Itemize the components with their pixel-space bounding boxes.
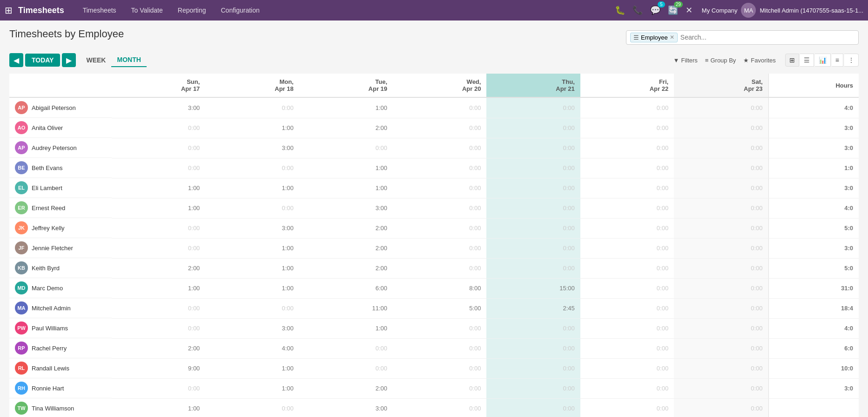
cell-sun[interactable]: 0:00 [112,318,205,338]
cell-mon[interactable]: 3:00 [205,138,299,158]
cell-sun[interactable]: 2:00 [112,258,205,278]
chart-view-button[interactable]: 📊 [815,54,831,67]
table-row[interactable]: AP Audrey Peterson 0:00 3:00 0:00 0:00 0… [9,138,859,158]
table-view-button[interactable]: ≡ [832,54,843,67]
cell-tue[interactable]: 0:00 [299,338,393,358]
cell-sun[interactable]: 0:00 [112,138,205,158]
table-row[interactable]: EL Eli Lambert 1:00 1:00 1:00 0:00 0:00 … [9,178,859,198]
cell-wed[interactable]: 0:00 [393,258,486,278]
table-row[interactable]: RH Ronnie Hart 0:00 1:00 2:00 0:00 0:00 … [9,378,859,398]
bug-icon[interactable]: 🐛 [613,3,627,17]
more-view-button[interactable]: ⋮ [844,54,859,67]
cell-mon[interactable]: 1:00 [205,258,299,278]
remove-tag-icon[interactable]: ✕ [670,34,674,41]
table-row[interactable]: JK Jeffrey Kelly 0:00 3:00 2:00 0:00 0:0… [9,218,859,238]
cell-thu[interactable]: 0:00 [486,398,580,417]
cell-tue[interactable]: 2:00 [299,378,393,398]
cell-mon[interactable]: 1:00 [205,358,299,378]
month-button[interactable]: MONTH [111,53,146,67]
cell-sat[interactable]: 0:00 [674,118,768,138]
cell-sat[interactable]: 0:00 [674,258,768,278]
cell-wed[interactable]: 0:00 [393,398,486,417]
phone-icon[interactable]: 📞 [631,3,645,17]
grid-icon[interactable]: ⊞ [5,5,13,16]
table-row[interactable]: KB Keith Byrd 2:00 1:00 2:00 0:00 0:00 0… [9,258,859,278]
nav-configuration[interactable]: Configuration [215,4,266,17]
cell-fri[interactable]: 0:00 [580,218,674,238]
search-tag-employee[interactable]: ☰ Employee ✕ [630,33,678,42]
cell-wed[interactable]: 0:00 [393,118,486,138]
table-row[interactable]: PW Paul Williams 0:00 3:00 1:00 0:00 0:0… [9,318,859,338]
cell-mon[interactable]: 1:00 [205,178,299,198]
cell-wed[interactable]: 0:00 [393,358,486,378]
cell-sun[interactable]: 0:00 [112,298,205,318]
cell-sun[interactable]: 1:00 [112,178,205,198]
cell-thu[interactable]: 0:00 [486,198,580,218]
cell-mon[interactable]: 3:00 [205,218,299,238]
cell-thu[interactable]: 0:00 [486,97,580,118]
cell-sun[interactable]: 0:00 [112,218,205,238]
table-row[interactable]: TW Tina Williamson 1:00 0:00 3:00 0:00 0… [9,398,859,417]
cell-sun[interactable]: 0:00 [112,118,205,138]
cell-thu[interactable]: 0:00 [486,378,580,398]
nav-reporting[interactable]: Reporting [171,4,213,17]
cell-mon[interactable]: 1:00 [205,238,299,258]
cell-sat[interactable]: 0:00 [674,238,768,258]
cell-tue[interactable]: 1:00 [299,178,393,198]
cell-sat[interactable]: 0:00 [674,158,768,178]
cell-sat[interactable]: 0:00 [674,198,768,218]
table-row[interactable]: ER Ernest Reed 1:00 0:00 3:00 0:00 0:00 … [9,198,859,218]
cell-tue[interactable]: 3:00 [299,398,393,417]
cell-sat[interactable]: 0:00 [674,358,768,378]
cell-tue[interactable]: 2:00 [299,258,393,278]
cell-mon[interactable]: 0:00 [205,97,299,118]
today-button[interactable]: TODAY [25,54,60,67]
cell-thu[interactable]: 2:45 [486,298,580,318]
cell-mon[interactable]: 3:00 [205,318,299,338]
nav-timesheets[interactable]: Timesheets [76,4,123,17]
cell-thu[interactable]: 0:00 [486,178,580,198]
cell-fri[interactable]: 0:00 [580,298,674,318]
cell-wed[interactable]: 0:00 [393,218,486,238]
cell-sun[interactable]: 3:00 [112,97,205,118]
cell-tue[interactable]: 2:00 [299,118,393,138]
cell-sun[interactable]: 1:00 [112,278,205,298]
cell-thu[interactable]: 0:00 [486,118,580,138]
cell-mon[interactable]: 0:00 [205,298,299,318]
kanban-view-button[interactable]: ⊞ [785,54,799,67]
cell-wed[interactable]: 5:00 [393,298,486,318]
cell-sun[interactable]: 0:00 [112,238,205,258]
cell-sat[interactable]: 0:00 [674,378,768,398]
cell-mon[interactable]: 0:00 [205,198,299,218]
cell-tue[interactable]: 1:00 [299,158,393,178]
user-avatar[interactable]: MA [741,3,756,18]
cell-thu[interactable]: 0:00 [486,338,580,358]
cell-fri[interactable]: 0:00 [580,398,674,417]
cell-wed[interactable]: 0:00 [393,158,486,178]
cell-fri[interactable]: 0:00 [580,278,674,298]
cell-fri[interactable]: 0:00 [580,258,674,278]
search-input[interactable] [680,34,855,41]
cell-fri[interactable]: 0:00 [580,338,674,358]
cell-sun[interactable]: 0:00 [112,158,205,178]
cell-sat[interactable]: 0:00 [674,398,768,417]
cell-wed[interactable]: 8:00 [393,278,486,298]
cell-wed[interactable]: 0:00 [393,378,486,398]
cell-tue[interactable]: 6:00 [299,278,393,298]
cell-sat[interactable]: 0:00 [674,278,768,298]
refresh-icon[interactable]: 🔄 29 [666,3,680,17]
cell-sat[interactable]: 0:00 [674,338,768,358]
cell-wed[interactable]: 0:00 [393,178,486,198]
cell-fri[interactable]: 0:00 [580,198,674,218]
cell-tue[interactable]: 0:00 [299,358,393,378]
table-row[interactable]: JF Jennie Fletcher 0:00 1:00 2:00 0:00 0… [9,238,859,258]
cell-sun[interactable]: 9:00 [112,358,205,378]
cell-tue[interactable]: 2:00 [299,238,393,258]
cell-sun[interactable]: 0:00 [112,378,205,398]
table-row[interactable]: RL Randall Lewis 9:00 1:00 0:00 0:00 0:0… [9,358,859,378]
cell-thu[interactable]: 0:00 [486,218,580,238]
cell-wed[interactable]: 0:00 [393,138,486,158]
cell-tue[interactable]: 2:00 [299,218,393,238]
cell-sat[interactable]: 0:00 [674,138,768,158]
cell-fri[interactable]: 0:00 [580,378,674,398]
